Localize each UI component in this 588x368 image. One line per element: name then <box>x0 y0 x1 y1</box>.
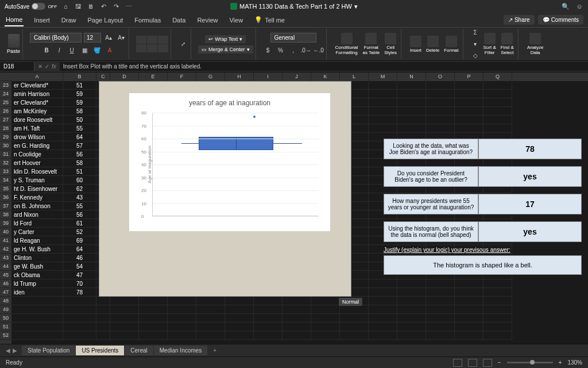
cell[interactable] <box>110 323 139 331</box>
cell[interactable] <box>397 116 426 124</box>
col-header-G[interactable]: G <box>196 72 225 81</box>
cell[interactable] <box>283 331 311 340</box>
cell[interactable] <box>369 98 397 107</box>
fx-icon[interactable]: fx <box>52 63 56 70</box>
cell[interactable] <box>483 314 512 323</box>
name-box[interactable]: D18 <box>0 62 34 71</box>
row-header[interactable]: 24 <box>0 90 11 98</box>
cell[interactable] <box>254 323 283 331</box>
row-header[interactable]: 43 <box>0 254 11 262</box>
cell[interactable] <box>455 107 483 116</box>
tab-draw[interactable]: Draw <box>60 14 78 26</box>
cell[interactable]: 58 <box>63 159 96 167</box>
col-header-H[interactable]: H <box>225 72 254 81</box>
col-header-B[interactable]: B <box>63 72 96 81</box>
col-header-D[interactable]: D <box>110 72 139 81</box>
sheet-tab[interactable]: Cereal <box>125 346 153 355</box>
row-header[interactable]: 36 <box>0 193 11 202</box>
row-header[interactable]: 25 <box>0 98 11 107</box>
cell[interactable] <box>340 305 369 314</box>
cell[interactable]: 69 <box>63 236 96 245</box>
paste-button[interactable]: Paste <box>7 34 20 54</box>
cell[interactable]: 55 <box>63 124 96 133</box>
col-header-A[interactable]: A <box>11 72 63 81</box>
cell[interactable] <box>397 305 426 314</box>
cell[interactable] <box>397 288 426 297</box>
row-header[interactable]: 45 <box>0 271 11 279</box>
cell[interactable] <box>254 297 283 305</box>
cell[interactable] <box>483 297 512 305</box>
cell[interactable]: amin Harrison <box>11 90 63 98</box>
cell[interactable]: ld Reagan <box>11 236 63 245</box>
enter-icon[interactable]: ✓ <box>45 63 49 70</box>
row-header[interactable]: 31 <box>0 150 11 159</box>
cell[interactable] <box>311 331 340 340</box>
border-button[interactable]: ▦ <box>79 45 90 56</box>
zoom-out-button[interactable]: − <box>498 359 501 366</box>
row-header[interactable]: 37 <box>0 202 11 210</box>
cell[interactable]: er Cleveland* <box>11 81 63 90</box>
cell[interactable] <box>63 314 96 323</box>
normal-view-button[interactable] <box>453 359 462 367</box>
cell[interactable]: 54 <box>63 262 96 271</box>
cell[interactable] <box>283 323 311 331</box>
italic-button[interactable]: I <box>54 45 64 56</box>
cell[interactable] <box>311 305 340 314</box>
zoom-slider[interactable] <box>507 362 553 363</box>
redo-icon[interactable]: ↷ <box>112 2 120 10</box>
cell[interactable]: en G. Harding <box>11 141 63 150</box>
cell[interactable] <box>426 297 455 305</box>
tab-data[interactable]: Data <box>171 14 187 26</box>
share-button[interactable]: ↗Share <box>504 15 535 25</box>
cell[interactable] <box>283 297 311 305</box>
clear-button[interactable]: ◇ <box>470 51 481 61</box>
row-header[interactable]: 39 <box>0 219 11 228</box>
orientation-button[interactable]: ⤢ <box>178 39 188 49</box>
cell[interactable]: ge H. W. Bush <box>11 245 63 254</box>
tab-review[interactable]: Review <box>196 14 219 26</box>
cell[interactable] <box>397 90 426 98</box>
cell[interactable]: 55 <box>63 202 96 210</box>
find-select-button[interactable]: Find & Select <box>499 33 516 55</box>
analyze-data-button[interactable]: Analyze Data <box>525 33 545 55</box>
cell[interactable]: ht D. Eisenhower <box>11 185 63 193</box>
chart-container[interactable]: years of age at inaguration Age at Inagu… <box>99 81 351 297</box>
cell[interactable] <box>426 279 455 288</box>
delete-cells-button[interactable]: Delete <box>424 36 441 53</box>
row-header[interactable]: 26 <box>0 107 11 116</box>
row-header[interactable]: 48 <box>0 297 11 305</box>
cell[interactable] <box>63 297 96 305</box>
cell[interactable] <box>455 90 483 98</box>
cell[interactable] <box>397 279 426 288</box>
currency-button[interactable]: $ <box>263 45 273 55</box>
cancel-icon[interactable]: ✕ <box>38 63 42 70</box>
col-header-E[interactable]: E <box>139 72 168 81</box>
cell[interactable]: ck Obama <box>11 271 63 279</box>
tab-tell-me[interactable]: 💡Tell me <box>253 14 286 26</box>
cell[interactable] <box>168 323 196 331</box>
sort-filter-button[interactable]: Sort & Filter <box>482 33 498 55</box>
col-header-P[interactable]: P <box>455 72 483 81</box>
cell[interactable] <box>139 314 168 323</box>
cell[interactable]: 59 <box>63 90 96 98</box>
alignment-grid[interactable] <box>136 36 168 52</box>
cell[interactable] <box>426 116 455 124</box>
cell[interactable] <box>96 314 110 323</box>
number-format-select[interactable] <box>270 33 316 43</box>
cell[interactable] <box>340 314 369 323</box>
save2-icon[interactable]: 🗎 <box>87 2 95 10</box>
cell[interactable] <box>426 314 455 323</box>
autosave-toggle[interactable]: AutoSaveOFF <box>5 3 57 10</box>
row-header[interactable]: 38 <box>0 210 11 219</box>
cell[interactable] <box>63 305 96 314</box>
cell[interactable]: on B. Johnson <box>11 202 63 210</box>
cell[interactable]: dore Roosevelt <box>11 116 63 124</box>
percent-button[interactable]: % <box>276 45 286 55</box>
cell[interactable]: 61 <box>63 219 96 228</box>
cell[interactable]: 50 <box>63 116 96 124</box>
cell[interactable]: y Carter <box>11 228 63 236</box>
more-icon[interactable]: ⋯ <box>125 2 133 10</box>
cell[interactable]: y S. Truman <box>11 176 63 185</box>
cell[interactable]: ge W. Bush <box>11 262 63 271</box>
qa-question[interactable]: Looking at the data, what was Joe Biden'… <box>384 139 478 159</box>
